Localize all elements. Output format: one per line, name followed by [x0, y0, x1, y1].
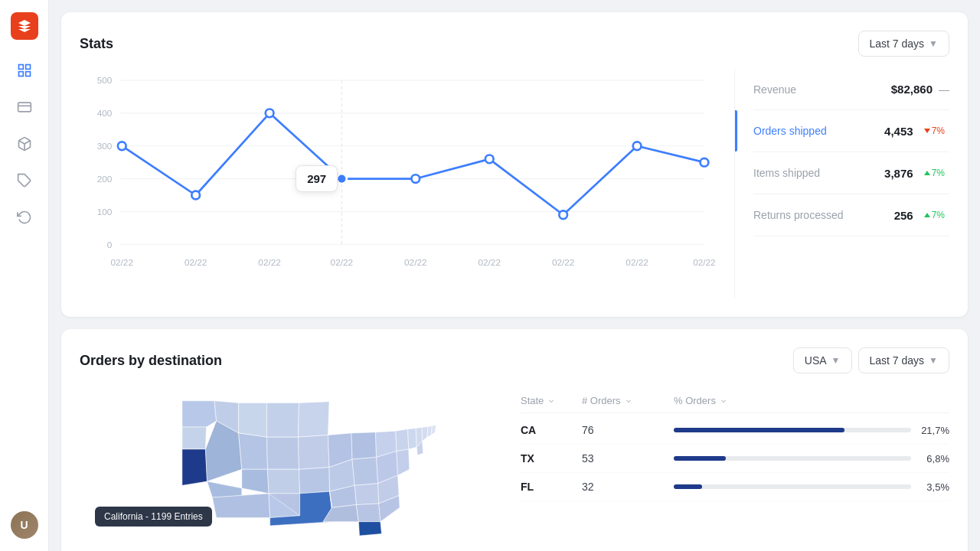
fl-state	[358, 522, 381, 536]
pct-bar-wrap-tx	[674, 456, 911, 461]
cell-state-tx: TX	[521, 452, 582, 465]
table-row: FL 32 3,5%	[521, 473, 949, 501]
pct-bar-tx	[674, 456, 726, 461]
svg-rect-4	[18, 103, 31, 112]
svg-text:02/22: 02/22	[185, 257, 207, 267]
svg-text:500: 500	[97, 75, 113, 85]
pct-label-fl: 3,5%	[919, 481, 949, 493]
wa-state	[182, 401, 217, 427]
sidebar: U	[0, 0, 49, 551]
svg-text:100: 100	[97, 207, 113, 217]
stats-title: Stats	[80, 36, 113, 52]
wy-state	[239, 433, 268, 469]
svg-point-23	[266, 109, 274, 118]
metric-revenue[interactable]: Revenue $82,860 —	[753, 69, 949, 110]
metric-returns-value: 256	[894, 209, 913, 222]
trend-up-icon	[924, 171, 930, 175]
ny-state	[408, 429, 417, 449]
cell-pct-tx: 6,8%	[674, 453, 949, 465]
svg-text:02/22: 02/22	[258, 257, 280, 267]
sidebar-item-returns[interactable]	[9, 202, 40, 233]
ia-state	[298, 435, 329, 470]
destination-controls: USA ▼ Last 7 days ▼	[793, 347, 949, 373]
pa-state	[396, 429, 409, 452]
returns-icon	[17, 210, 32, 225]
svg-text:02/22: 02/22	[404, 257, 426, 267]
cell-pct-fl: 3,5%	[674, 481, 949, 493]
metric-items-value: 3,876	[884, 167, 913, 180]
metric-returns-badge: 7%	[920, 208, 949, 222]
metrics-panel: Revenue $82,860 — Orders shipped 4,453 7…	[735, 69, 949, 298]
sidebar-item-tags[interactable]	[9, 165, 40, 196]
metric-orders-value: 4,453	[884, 125, 913, 138]
svg-text:0: 0	[107, 240, 113, 249]
user-avatar[interactable]: U	[11, 511, 38, 539]
svg-point-22	[191, 191, 200, 200]
sidebar-item-dashboard[interactable]	[9, 55, 40, 86]
sd-state	[266, 437, 299, 469]
mn-state	[298, 402, 329, 437]
cell-orders-tx: 53	[582, 452, 674, 465]
metric-items-shipped[interactable]: Items shipped 3,876 7%	[753, 152, 949, 194]
cell-pct-ca: 21,7%	[674, 425, 949, 436]
cell-orders-fl: 32	[582, 481, 674, 493]
cell-state-ca: CA	[521, 424, 582, 436]
th-pct[interactable]: % Orders	[674, 395, 949, 406]
metric-items-badge: 7%	[920, 166, 949, 180]
table-row: TX 53 6,8%	[521, 445, 949, 473]
pct-bar-ca	[674, 428, 844, 432]
table-row: CA 76 21,7%	[521, 416, 949, 445]
tags-icon	[17, 173, 32, 188]
sidebar-item-billing[interactable]	[9, 92, 40, 122]
or-state	[182, 427, 207, 449]
stats-time-filter[interactable]: Last 7 days ▼	[858, 31, 950, 57]
orders-table: State # Orders % Orders CA 76	[521, 389, 949, 542]
stats-body: 500 400 300 200 100 0	[80, 69, 949, 298]
stats-header: Stats Last 7 days ▼	[80, 31, 949, 57]
stats-card: Stats Last 7 days ▼ 500 400 300 200 100 …	[61, 12, 968, 317]
svg-text:02/22: 02/22	[552, 257, 574, 267]
sort-icon-state	[547, 396, 556, 406]
dashboard-icon	[17, 63, 32, 78]
svg-point-21	[118, 142, 126, 150]
th-orders[interactable]: # Orders	[582, 395, 674, 406]
pct-bar-fl	[674, 484, 702, 489]
usa-map: California - 1199 Entries	[80, 389, 502, 542]
logo[interactable]	[11, 12, 38, 40]
ne-state	[267, 469, 299, 494]
table-header: State # Orders % Orders	[521, 389, 949, 413]
md-state	[397, 449, 410, 475]
ma-state	[422, 426, 428, 441]
cell-orders-ca: 76	[582, 424, 674, 436]
map-tooltip: California - 1199 Entries	[95, 507, 212, 527]
az-state	[212, 494, 270, 518]
packages-icon	[17, 136, 32, 152]
ca-state	[182, 449, 207, 485]
mi-state	[351, 432, 377, 459]
mt-state	[239, 403, 267, 437]
billing-icon	[17, 99, 32, 115]
svg-text:02/22: 02/22	[331, 257, 353, 267]
main-content: Stats Last 7 days ▼ 500 400 300 200 100 …	[49, 0, 980, 551]
in-state	[352, 457, 378, 485]
svg-text:02/22: 02/22	[693, 257, 715, 267]
metric-orders-label: Orders shipped	[753, 125, 884, 137]
svg-text:200: 200	[97, 174, 113, 184]
line-chart: 500 400 300 200 100 0	[80, 69, 722, 298]
metric-orders-shipped[interactable]: Orders shipped 4,453 7%	[753, 110, 949, 152]
orders-destination-card: Orders by destination USA ▼ Last 7 days …	[61, 329, 968, 551]
metric-revenue-trend: —	[939, 83, 949, 96]
th-state[interactable]: State	[521, 395, 582, 406]
svg-point-28	[633, 142, 642, 150]
country-filter[interactable]: USA ▼	[793, 347, 852, 373]
trend-up-icon-2	[924, 213, 930, 217]
svg-rect-1	[25, 65, 30, 70]
destination-time-filter[interactable]: Last 7 days ▼	[858, 347, 950, 373]
sidebar-item-packages[interactable]	[9, 129, 40, 159]
metric-items-label: Items shipped	[753, 167, 884, 179]
svg-rect-3	[25, 72, 30, 77]
svg-rect-2	[18, 72, 23, 77]
chart-area: 500 400 300 200 100 0	[80, 69, 735, 298]
metric-returns-label: Returns processed	[753, 209, 894, 221]
metric-returns[interactable]: Returns processed 256 7%	[753, 194, 949, 236]
